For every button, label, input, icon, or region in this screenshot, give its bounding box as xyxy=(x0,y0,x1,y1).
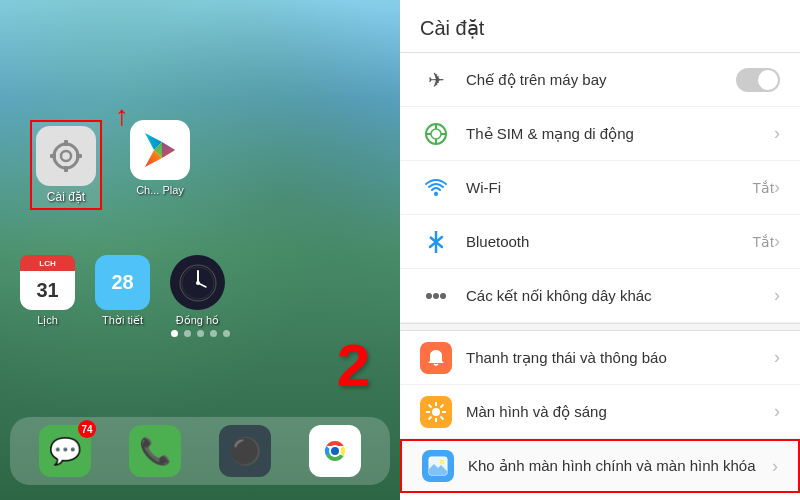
bluetooth-label: Bluetooth xyxy=(466,233,745,250)
settings-app-icon[interactable]: Cài đặt xyxy=(30,120,102,210)
sim-icon xyxy=(420,118,452,150)
clock-icon xyxy=(170,255,225,310)
messages-badge: 74 xyxy=(78,420,96,438)
settings-item-airplane[interactable]: ✈ Chế độ trên máy bay xyxy=(400,53,800,107)
dot-2 xyxy=(184,330,191,337)
notification-label: Thanh trạng thái và thông báo xyxy=(466,349,774,367)
calendar-icon: LCH 31 xyxy=(20,255,75,310)
svg-point-31 xyxy=(432,408,440,416)
airplane-icon: ✈ xyxy=(420,64,452,96)
display-label: Màn hình và độ sáng xyxy=(466,403,774,421)
display-chevron: › xyxy=(774,401,780,422)
weather-icon: 28 xyxy=(95,255,150,310)
svg-point-26 xyxy=(434,192,438,196)
bluetooth-status: Tắt xyxy=(753,234,774,250)
phone-dock-icon[interactable]: 📞 xyxy=(129,425,181,477)
step-number-2: 2 xyxy=(337,331,370,400)
bluetooth-icon xyxy=(420,226,452,258)
settings-item-notification[interactable]: Thanh trạng thái và thông báo › xyxy=(400,331,800,385)
dot-1 xyxy=(171,330,178,337)
svg-rect-3 xyxy=(64,140,68,146)
play-store-label: Ch... Play xyxy=(136,184,184,196)
wallpaper-label: Kho ảnh màn hình chính và màn hình khóa xyxy=(468,457,772,475)
bottom-apps-row: LCH 31 Lịch 28 Thời tiết Đ xyxy=(20,255,225,327)
settings-header: Cài đặt xyxy=(400,0,800,53)
settings-item-wallpaper[interactable]: Kho ảnh màn hình chính và màn hình khóa … xyxy=(400,439,800,493)
svg-marker-10 xyxy=(162,142,175,158)
settings-app-label: Cài đặt xyxy=(47,190,85,204)
notification-chevron: › xyxy=(774,347,780,368)
settings-icon xyxy=(36,126,96,186)
connections-label: Các kết nối không dây khác xyxy=(466,287,774,305)
svg-line-38 xyxy=(441,404,444,407)
bluetooth-chevron: › xyxy=(774,231,780,252)
wifi-status: Tắt xyxy=(753,180,774,196)
svg-point-30 xyxy=(440,293,446,299)
display-icon xyxy=(420,396,452,428)
svg-line-37 xyxy=(441,416,444,419)
chrome-dock-icon[interactable] xyxy=(309,425,361,477)
dot-3 xyxy=(197,330,204,337)
settings-panel-title: Cài đặt xyxy=(420,17,484,39)
svg-line-36 xyxy=(429,404,432,407)
settings-list: ✈ Chế độ trên máy bay Thẻ SIM & mạng di … xyxy=(400,53,800,500)
wallpaper-icon xyxy=(422,450,454,482)
svg-line-39 xyxy=(429,416,432,419)
calendar-label: Lịch xyxy=(37,314,58,327)
wifi-label: Wi-Fi xyxy=(466,179,745,196)
app-dock: 💬 74 📞 ⚫ xyxy=(10,417,390,485)
phone-homescreen: Cài đặt ↑ xyxy=(0,0,400,500)
settings-item-wifi[interactable]: Wi-Fi Tắt › xyxy=(400,161,800,215)
settings-item-sim[interactable]: Thẻ SIM & mạng di động › xyxy=(400,107,800,161)
settings-item-bluetooth[interactable]: Bluetooth Tắt › xyxy=(400,215,800,269)
play-store-app-icon xyxy=(130,120,190,180)
messages-dock-icon[interactable]: 💬 74 xyxy=(39,425,91,477)
camera-dock-icon[interactable]: ⚫ xyxy=(219,425,271,477)
settings-item-display[interactable]: Màn hình và độ sáng › xyxy=(400,385,800,439)
svg-point-28 xyxy=(426,293,432,299)
wifi-icon xyxy=(420,172,452,204)
weather-label: Thời tiết xyxy=(102,314,143,327)
svg-point-29 xyxy=(433,293,439,299)
clock-label: Đồng hồ xyxy=(176,314,219,327)
play-store-icon[interactable]: Ch... Play xyxy=(130,120,190,196)
svg-rect-4 xyxy=(64,166,68,172)
dot-5 xyxy=(223,330,230,337)
sim-label: Thẻ SIM & mạng di động xyxy=(466,125,774,143)
notification-icon xyxy=(420,342,452,374)
connections-chevron: › xyxy=(774,285,780,306)
connections-icon xyxy=(420,280,452,312)
settings-panel: Cài đặt ✈ Chế độ trên máy bay Thẻ SIM & … xyxy=(400,0,800,500)
svg-point-42 xyxy=(440,460,445,465)
clock-app[interactable]: Đồng hồ xyxy=(170,255,225,327)
settings-item-connections[interactable]: Các kết nối không dây khác › xyxy=(400,269,800,323)
airplane-label: Chế độ trên máy bay xyxy=(466,71,736,89)
airplane-toggle[interactable] xyxy=(736,68,780,92)
svg-point-19 xyxy=(331,447,339,455)
svg-point-21 xyxy=(431,129,441,139)
weather-app[interactable]: 28 Thời tiết xyxy=(95,255,150,327)
svg-rect-6 xyxy=(76,154,82,158)
wallpaper-chevron: › xyxy=(772,456,778,477)
svg-rect-5 xyxy=(50,154,56,158)
sim-chevron: › xyxy=(774,123,780,144)
divider-1 xyxy=(400,323,800,331)
dot-4 xyxy=(210,330,217,337)
calendar-app[interactable]: LCH 31 Lịch xyxy=(20,255,75,327)
wifi-chevron: › xyxy=(774,177,780,198)
arrow-indicator: ↑ xyxy=(115,100,129,132)
svg-point-15 xyxy=(196,281,200,285)
